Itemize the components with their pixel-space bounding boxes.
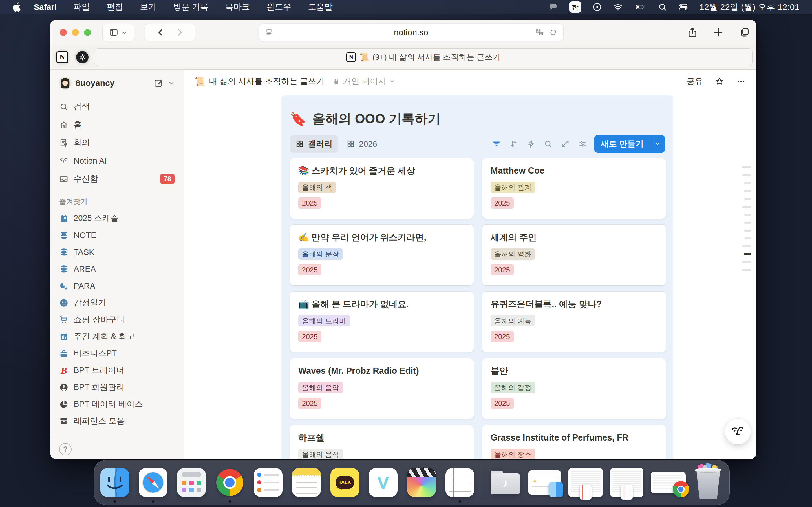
sort-icon[interactable] [509, 139, 518, 149]
dock-final-cut[interactable] [407, 468, 436, 497]
menu-app-name[interactable]: Safari [26, 3, 65, 12]
sidebar-item-task[interactable]: TASK [56, 244, 178, 260]
notion-ai-button[interactable] [725, 418, 751, 445]
sidebar-item-bpt-database[interactable]: BPT 데이터 베이스 [56, 396, 178, 412]
breadcrumb[interactable]: 📜 내 삶의 서사를 조직하는 글쓰기 [195, 76, 324, 87]
sidebar-item-2025-schedule[interactable]: 2025 스케줄 [56, 210, 178, 226]
gallery-card[interactable]: 하프쉘 올해의 음식 [290, 425, 474, 459]
more-options-icon[interactable] [736, 76, 746, 86]
korean-input-icon[interactable]: 한 [569, 1, 581, 13]
filter-icon[interactable] [492, 139, 501, 149]
minimized-chrome-window[interactable] [651, 472, 686, 493]
active-tab[interactable]: N 📜 (9+) 내 삶의 서사를 조직하는 글쓰기 [94, 48, 753, 66]
gallery-card[interactable]: 📺 올해 본 드라마가 없네요. 올해의 드라마 2025 [290, 291, 474, 352]
sidebar-item-notion-ai[interactable]: Notion AI [56, 152, 178, 169]
screen-record-icon[interactable] [592, 2, 602, 12]
sidebar-item-area[interactable]: AREA [56, 261, 178, 277]
sidebar-item-note[interactable]: NOTE [56, 227, 178, 243]
sidebar-item-inbox[interactable]: 수신함 78 [56, 170, 178, 187]
gallery-card[interactable]: ✍️ 만약 우리 언어가 위스키라면, 올해의 문장 2025 [290, 225, 474, 285]
view-tab-gallery[interactable]: 갤러리 [290, 135, 338, 153]
dock-kakaotalk[interactable]: TALK [331, 468, 359, 497]
dock-safari[interactable] [139, 468, 167, 497]
dock-music-folder[interactable]: ♪ [491, 471, 520, 494]
forward-button[interactable] [175, 27, 185, 37]
gallery-card[interactable]: Grasse Instituite of Perfumes, FR 올해의 장소 [482, 425, 666, 459]
gallery-card[interactable]: 불안 올해의 감정 2025 [482, 358, 666, 419]
gallery-card[interactable]: Matthew Coe 올해의 관계 2025 [482, 158, 666, 219]
share-icon[interactable] [687, 27, 698, 38]
translate-icon[interactable] [535, 28, 544, 37]
sidebar-item-bpt-members[interactable]: BPT 회원관리 [56, 379, 178, 395]
sidebar-item-home[interactable]: 홈 [56, 116, 178, 133]
workspace-switcher[interactable]: 8uoyancy [56, 75, 178, 92]
compose-icon[interactable] [154, 78, 163, 88]
zoom-button[interactable] [84, 29, 91, 36]
url-text[interactable]: notion.so [259, 27, 563, 37]
gallery-card[interactable]: 유퀴즈온더블록.. 예능 맞나? 올해의 예능 2025 [482, 291, 666, 352]
dock-reminders[interactable] [254, 468, 283, 497]
back-button[interactable] [156, 27, 165, 37]
sidebar-item-references[interactable]: 레퍼런스 모음 [56, 413, 178, 429]
new-button[interactable]: 새로 만들기 [594, 135, 665, 153]
menu-bookmarks[interactable]: 북마크 [217, 1, 258, 13]
dock-paper-document[interactable] [446, 468, 474, 497]
view-settings-icon[interactable] [578, 139, 587, 149]
chevron-down-icon[interactable] [168, 79, 175, 87]
control-center-icon[interactable] [679, 2, 688, 12]
gallery-card[interactable]: 세계의 주인 올해의 영화 2025 [482, 225, 666, 285]
share-button[interactable]: 공유 [687, 76, 703, 87]
menu-file[interactable]: 파일 [65, 1, 98, 13]
menu-help[interactable]: 도움말 [300, 1, 341, 13]
menu-view[interactable]: 보기 [132, 1, 165, 13]
reload-icon[interactable] [549, 28, 558, 37]
dock-finder[interactable] [100, 468, 129, 497]
minimized-window[interactable] [528, 470, 561, 495]
expand-icon[interactable] [561, 139, 570, 149]
chat-bubble-icon[interactable] [548, 2, 558, 12]
sidebar-item-business-pt[interactable]: 비즈니스PT [56, 345, 178, 362]
dock-trash[interactable] [694, 466, 722, 499]
pinned-tab-notion[interactable]: N [54, 49, 70, 65]
sidebar-item-emotion-diary[interactable]: 감정일기 [56, 295, 178, 311]
visibility-selector[interactable]: 개인 페이지 [333, 76, 395, 87]
apple-menu-icon[interactable] [12, 2, 21, 12]
reader-icon[interactable] [264, 28, 273, 37]
sidebar-item-para[interactable]: PARA [56, 278, 178, 294]
search-icon[interactable] [544, 139, 553, 149]
spotlight-icon[interactable] [658, 2, 667, 12]
sidebar-toggle-button[interactable] [102, 24, 135, 41]
menu-history[interactable]: 방문 기록 [165, 1, 217, 13]
sidebar-item-shopping-cart[interactable]: 쇼핑 장바구니 [56, 312, 178, 328]
view-tab-2026[interactable]: 2026 [341, 135, 383, 153]
menu-clock[interactable]: 12월 22일 (월) 오후 12:01 [700, 1, 800, 13]
gallery-card[interactable]: 📚 스카치가 있어 즐거운 세상 올해의 책 2025 [290, 158, 474, 219]
dock-vllo[interactable]: V [369, 468, 398, 497]
address-bar[interactable]: notion.so [259, 24, 563, 41]
close-button[interactable] [60, 29, 67, 36]
wifi-icon[interactable] [613, 2, 623, 12]
minimize-button[interactable] [72, 29, 79, 36]
dock-notes[interactable] [292, 468, 321, 497]
page-title[interactable]: 🔖 올해의 OOO 기록하기 [290, 110, 665, 128]
dock-chrome[interactable] [215, 468, 244, 497]
sidebar-item-meetings[interactable]: 회의 [56, 134, 178, 151]
battery-icon[interactable] [634, 2, 647, 12]
gallery-card[interactable]: Waves (Mr. Probz Radio Edit) 올해의 음악 2025 [290, 358, 474, 419]
new-button-dropdown[interactable] [650, 135, 665, 153]
sidebar-item-weekly-plan[interactable]: 주간 계획 & 회고 [56, 328, 178, 345]
menu-edit[interactable]: 편집 [98, 1, 132, 13]
minimized-document[interactable] [568, 468, 603, 497]
favorite-star-icon[interactable] [715, 76, 724, 86]
sidebar-item-bpt-trainer[interactable]: B BPT 트레이너 [56, 362, 178, 379]
pinned-tab-chatgpt[interactable] [74, 49, 91, 65]
sidebar-item-search[interactable]: 검색 [56, 98, 178, 115]
menu-window[interactable]: 윈도우 [258, 1, 300, 13]
automation-icon[interactable] [526, 139, 536, 149]
tab-overview-icon[interactable] [739, 27, 750, 38]
help-button[interactable]: ? [59, 443, 71, 455]
new-tab-icon[interactable] [713, 27, 724, 38]
dock-launchpad[interactable] [177, 468, 206, 497]
outline-indicator[interactable] [733, 166, 751, 277]
minimized-document[interactable] [610, 468, 644, 497]
